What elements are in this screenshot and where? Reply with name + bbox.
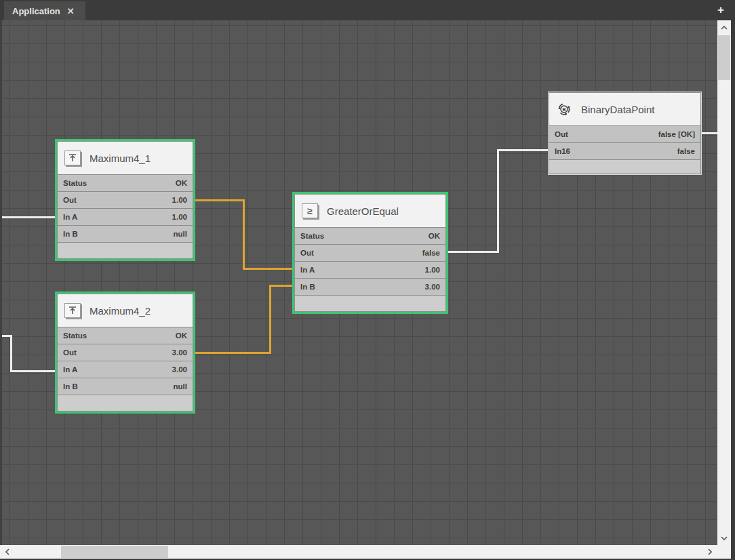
- maximum-icon: [64, 303, 81, 318]
- row-label: Status: [300, 232, 324, 240]
- wire-segment[interactable]: [702, 132, 717, 134]
- row-value: 3.00: [172, 348, 187, 357]
- row-label: In B: [63, 382, 78, 391]
- tab-label: Application: [12, 6, 60, 16]
- node-row-status[interactable]: Status OK: [295, 227, 445, 244]
- row-label: In A: [300, 266, 315, 274]
- node-title: Maximum4_2: [90, 305, 151, 317]
- wire-segment[interactable]: [243, 199, 245, 270]
- maximum-icon: [64, 151, 81, 165]
- row-label: In16: [555, 147, 570, 155]
- horizontal-scrollbar[interactable]: [0, 545, 717, 559]
- row-value: false [OK]: [658, 130, 695, 138]
- wire-segment[interactable]: [195, 352, 271, 354]
- row-label: In A: [63, 213, 77, 221]
- node-title: GreaterOrEqual: [327, 205, 399, 217]
- node-row-in-b[interactable]: In B null: [58, 225, 193, 242]
- node-row-out[interactable]: Out 3.00: [58, 344, 193, 361]
- wire-segment[interactable]: [2, 216, 55, 218]
- wire-segment[interactable]: [497, 149, 499, 253]
- vertical-scrollbar[interactable]: [717, 20, 731, 545]
- row-value: OK: [176, 179, 187, 187]
- row-value: 3.00: [425, 283, 440, 291]
- row-value: null: [174, 382, 187, 391]
- row-label: Out: [63, 196, 77, 204]
- node-footer: [295, 295, 445, 311]
- close-tab-icon[interactable]: ✕: [67, 7, 75, 16]
- wire-segment[interactable]: [10, 335, 12, 372]
- scrollbar-corner: [717, 545, 731, 559]
- row-label: In B: [63, 230, 78, 238]
- node-maximum4-2[interactable]: Maximum4_2 Status OK Out 3.00 In A 3.00 …: [55, 292, 195, 414]
- node-row-status[interactable]: Status OK: [58, 174, 193, 191]
- node-header[interactable]: B BinaryDataPoint: [549, 93, 700, 125]
- node-row-in-a[interactable]: In A 3.00: [58, 361, 193, 378]
- row-label: In B: [300, 283, 315, 291]
- scroll-down-icon[interactable]: [717, 531, 731, 545]
- vertical-scrollbar-thumb[interactable]: [718, 35, 730, 80]
- row-label: Out: [300, 249, 314, 257]
- tab-application[interactable]: Application ✕: [4, 1, 85, 20]
- node-footer: [549, 159, 700, 174]
- node-header[interactable]: Maximum4_1: [58, 142, 193, 174]
- row-label: In A: [63, 365, 77, 374]
- node-row-in-a[interactable]: In A 1.00: [58, 208, 193, 225]
- node-row-in-b[interactable]: In B 3.00: [295, 278, 445, 295]
- row-value: OK: [429, 232, 440, 240]
- add-tab-icon[interactable]: +: [717, 3, 724, 18]
- wire-segment[interactable]: [269, 285, 271, 354]
- row-value: 1.00: [172, 196, 187, 204]
- application-window: Application ✕ +: [0, 0, 735, 560]
- row-value: 3.00: [172, 365, 187, 374]
- scroll-left-icon[interactable]: [0, 545, 15, 559]
- wire-segment[interactable]: [269, 285, 292, 287]
- row-value: false: [422, 249, 440, 257]
- scroll-up-icon[interactable]: [717, 20, 731, 35]
- node-row-in-b[interactable]: In B null: [58, 378, 193, 395]
- greater-or-equal-icon: ≥: [302, 203, 318, 218]
- wire-segment[interactable]: [243, 268, 292, 270]
- row-label: Status: [63, 179, 87, 187]
- svg-text:B: B: [562, 107, 565, 112]
- row-value: 1.00: [425, 266, 440, 274]
- wire-segment[interactable]: [195, 199, 245, 201]
- node-row-out[interactable]: Out 1.00: [58, 191, 193, 208]
- node-header[interactable]: ≥ GreaterOrEqual: [295, 195, 445, 227]
- node-greaterorequal[interactable]: ≥ GreaterOrEqual Status OK Out false In …: [292, 192, 448, 314]
- node-row-out[interactable]: Out false: [295, 244, 445, 261]
- row-value: false: [677, 147, 695, 155]
- scroll-right-icon[interactable]: [702, 545, 717, 559]
- row-value: 1.00: [172, 213, 187, 221]
- node-title: Maximum4_1: [90, 153, 151, 164]
- node-footer: [58, 242, 193, 258]
- node-maximum4-1[interactable]: Maximum4_1 Status OK Out 1.00 In A 1.00 …: [55, 139, 195, 261]
- node-row-in16[interactable]: In16 false: [549, 142, 700, 159]
- wire-segment[interactable]: [10, 370, 55, 372]
- node-row-in-a[interactable]: In A 1.00: [295, 261, 445, 278]
- row-label: Out: [555, 130, 568, 138]
- horizontal-scrollbar-thumb[interactable]: [61, 546, 168, 558]
- node-row-status[interactable]: Status OK: [58, 327, 193, 344]
- node-title: BinaryDataPoint: [581, 104, 654, 115]
- wire-segment[interactable]: [448, 251, 499, 253]
- wire-sheet-canvas[interactable]: Maximum4_1 Status OK Out 1.00 In A 1.00 …: [0, 20, 717, 545]
- row-value: OK: [176, 332, 187, 340]
- node-binarydatapoint[interactable]: B BinaryDataPoint Out false [OK]: [548, 92, 702, 175]
- node-row-out[interactable]: Out false [OK]: [549, 125, 700, 142]
- row-label: Out: [63, 348, 77, 357]
- wire-segment[interactable]: [497, 149, 548, 151]
- row-label: Status: [63, 332, 87, 340]
- binary-point-icon: B: [556, 102, 572, 117]
- tab-bar: Application ✕ +: [0, 0, 735, 20]
- row-value: null: [174, 230, 187, 238]
- node-footer: [58, 395, 193, 411]
- node-header[interactable]: Maximum4_2: [58, 294, 193, 327]
